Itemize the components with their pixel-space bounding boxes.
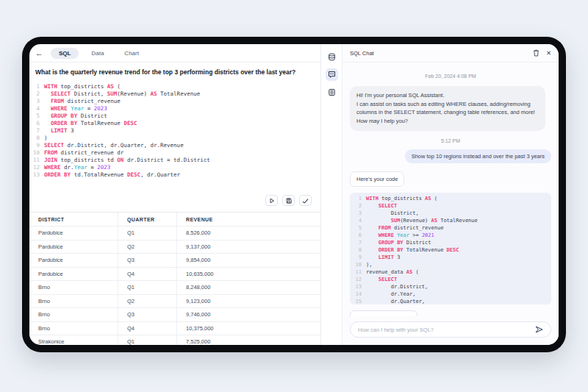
line-number: 12 — [29, 164, 40, 171]
code-line: 9SELECT dr.District, dr.Quarter, dr.Reve… — [29, 142, 320, 149]
sidebar-item-database[interactable] — [326, 51, 338, 63]
code-line: 6 ORDER BY TotalRevenue DESC — [29, 120, 320, 127]
chat-input-bar — [343, 316, 559, 345]
table-cell: 9,854,000 — [177, 254, 320, 267]
table-row: PardubiceQ18,526,000 — [29, 227, 320, 240]
line-number: 1 — [350, 195, 362, 202]
line-number: 8 — [29, 135, 40, 142]
results-table: DISTRICTQUARTERREVENUEPardubiceQ18,526,0… — [29, 212, 320, 345]
code-line: 4 WHERE Year = 2023 — [29, 105, 320, 113]
run-query-button[interactable] — [265, 195, 278, 206]
code-line: 13 dr.District, — [350, 283, 551, 291]
chat-messages: Feb 20, 2024 4:08 PM Hi! I'm your person… — [343, 63, 559, 316]
line-number: 4 — [350, 217, 362, 224]
code-line: 10FROM district_revenue dr — [29, 149, 320, 157]
line-number: 8 — [350, 246, 362, 254]
code-line: 7 GROUP BY District — [350, 239, 551, 246]
table-cell: Q3 — [118, 308, 177, 321]
back-icon[interactable]: ← — [35, 49, 43, 57]
code-line: 11revenue_data AS ( — [350, 268, 551, 276]
database-icon — [328, 51, 336, 64]
chat-code-block[interactable]: 1WITH top_districts AS (2 SELECT3 Distri… — [350, 193, 551, 304]
table-cell: Q1 — [118, 227, 177, 240]
code-line: 9 LIMIT 3 — [350, 254, 551, 261]
close-chat-button[interactable]: ✕ — [546, 50, 551, 57]
sql-editor-code[interactable]: 1WITH top_districts AS (2 SELECT Distric… — [29, 80, 320, 179]
code-line: 6 WHERE Year >= 2021 — [350, 232, 551, 239]
document-list-icon — [328, 86, 336, 99]
table-cell: Pardubice — [29, 254, 118, 267]
tab-data[interactable]: Data — [83, 48, 112, 59]
line-number: 14 — [350, 291, 362, 298]
tab-sql[interactable]: SQL — [51, 48, 79, 59]
table-row: PardubiceQ39,854,000 — [29, 254, 320, 268]
line-number: 10 — [350, 261, 362, 268]
code-line: 5 GROUP BY District — [29, 113, 320, 120]
code-intro-chip: Here's your code — [350, 171, 404, 187]
line-number: 9 — [29, 142, 40, 149]
chat-header: SQL Chat ✕ — [343, 44, 559, 63]
table-row: BrnoQ410,375,000 — [29, 322, 320, 336]
clear-chat-button[interactable] — [533, 46, 539, 60]
table-row: BrnoQ18,248,000 — [29, 281, 320, 295]
table-cell: Q4 — [118, 268, 177, 281]
side-icon-rail — [321, 44, 343, 345]
floppy-disk-icon — [286, 198, 292, 204]
table-cell: Q4 — [118, 322, 177, 335]
table-cell: Pardubice — [29, 227, 118, 240]
table-cell: 10,635,000 — [177, 268, 320, 281]
save-query-button[interactable] — [282, 195, 295, 206]
table-header-row: DISTRICTQUARTERREVENUE — [29, 213, 320, 227]
trash-icon — [533, 46, 539, 60]
replace-sql-button[interactable]: Replace with this SQL — [350, 310, 417, 317]
column-header: REVENUE — [177, 213, 320, 226]
line-number: 6 — [350, 232, 362, 239]
tab-chart[interactable]: Chart — [116, 48, 147, 59]
code-line: 1WITH top_districts AS ( — [350, 195, 551, 202]
code-line: 10), — [350, 261, 551, 268]
chat-date-stamp: Feb 20, 2024 4:08 PM — [350, 74, 551, 79]
chat-title: SQL Chat — [350, 50, 526, 57]
code-line: 13ORDER BY td.TotalRevenue DESC, dr.Quar… — [29, 171, 320, 179]
sidebar-item-notes[interactable] — [326, 86, 338, 99]
line-number: 5 — [29, 113, 40, 120]
table-row: PardubiceQ410,635,000 — [29, 268, 320, 282]
sidebar-item-chat[interactable] — [326, 68, 338, 81]
line-number: 3 — [350, 210, 362, 217]
table-cell: Q2 — [118, 240, 177, 254]
code-line: 2 SELECT District, SUM(Revenue) AS Total… — [29, 90, 320, 98]
table-row: BrnoQ39,746,000 — [29, 308, 320, 322]
table-cell: 8,526,000 — [177, 227, 320, 240]
code-line: 8) — [29, 135, 320, 142]
send-icon[interactable] — [535, 326, 543, 333]
table-row: StrakoniceQ17,525,000 — [29, 335, 320, 345]
line-number: 5 — [350, 224, 362, 232]
line-number: 2 — [29, 90, 40, 98]
table-row: PardubiceQ29,137,000 — [29, 240, 320, 254]
play-icon — [269, 198, 275, 204]
code-line: 5 FROM district_revenue — [350, 224, 551, 232]
chat-bubble-icon — [328, 68, 336, 82]
sql-chat-panel: SQL Chat ✕ Feb 20, 2024 4:08 PM Hi! I'm … — [343, 44, 559, 345]
table-cell: Pardubice — [29, 268, 118, 281]
line-number: 6 — [29, 120, 40, 127]
code-line: 3 District, — [350, 210, 551, 217]
table-cell: 9,746,000 — [177, 308, 320, 321]
close-icon: ✕ — [546, 50, 551, 57]
chat-input[interactable] — [358, 327, 531, 333]
user-message-bubble: Show top 10 regions instead and over the… — [405, 149, 551, 163]
editor-topbar: ← SQLDataChart — [29, 44, 320, 63]
line-number: 3 — [29, 98, 40, 105]
table-cell: Q3 — [118, 254, 177, 267]
code-line: 15 dr.Quarter, — [350, 298, 551, 304]
tablet-frame: ← SQLDataChart What is the quarterly rev… — [22, 37, 566, 352]
tab-bar: SQLDataChart — [51, 48, 147, 59]
table-cell: Pardubice — [29, 240, 118, 254]
app-screen: ← SQLDataChart What is the quarterly rev… — [29, 44, 559, 345]
assistant-message-bubble: Hi! I'm your personal SQL Assistant.I ca… — [350, 86, 545, 131]
column-header: QUARTER — [118, 213, 177, 226]
line-number: 12 — [350, 276, 362, 283]
format-sql-button[interactable] — [299, 195, 312, 206]
table-cell: 10,375,000 — [177, 322, 320, 335]
code-line: 8 ORDER BY TotalRevenue DESC — [350, 246, 551, 254]
